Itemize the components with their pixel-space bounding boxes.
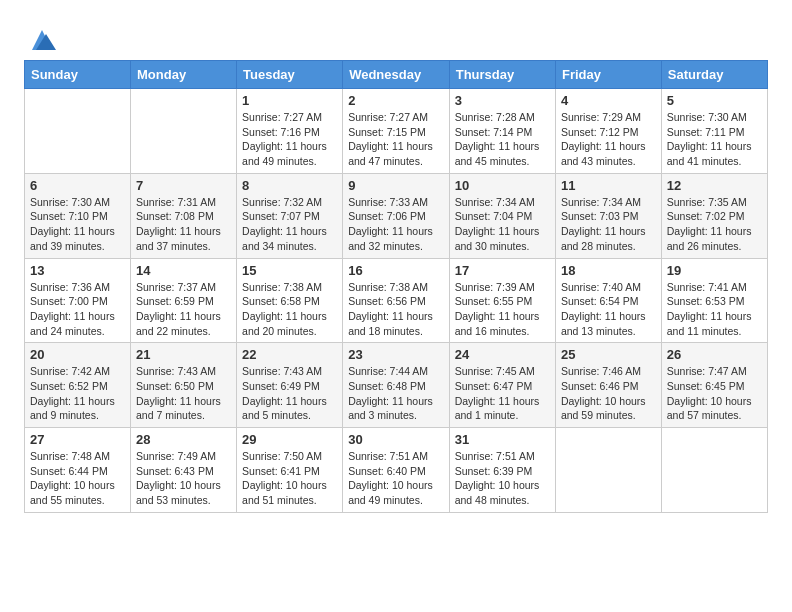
day-info: Sunrise: 7:45 AM Sunset: 6:47 PM Dayligh…	[455, 364, 550, 423]
calendar-cell: 8Sunrise: 7:32 AM Sunset: 7:07 PM Daylig…	[237, 173, 343, 258]
day-number: 28	[136, 432, 231, 447]
day-info: Sunrise: 7:40 AM Sunset: 6:54 PM Dayligh…	[561, 280, 656, 339]
calendar-week-row: 13Sunrise: 7:36 AM Sunset: 7:00 PM Dayli…	[25, 258, 768, 343]
calendar-header-sunday: Sunday	[25, 61, 131, 89]
calendar-cell	[131, 89, 237, 174]
calendar-cell: 21Sunrise: 7:43 AM Sunset: 6:50 PM Dayli…	[131, 343, 237, 428]
day-info: Sunrise: 7:48 AM Sunset: 6:44 PM Dayligh…	[30, 449, 125, 508]
day-info: Sunrise: 7:51 AM Sunset: 6:40 PM Dayligh…	[348, 449, 444, 508]
day-info: Sunrise: 7:46 AM Sunset: 6:46 PM Dayligh…	[561, 364, 656, 423]
day-info: Sunrise: 7:34 AM Sunset: 7:04 PM Dayligh…	[455, 195, 550, 254]
day-number: 9	[348, 178, 444, 193]
calendar-cell: 4Sunrise: 7:29 AM Sunset: 7:12 PM Daylig…	[555, 89, 661, 174]
day-info: Sunrise: 7:27 AM Sunset: 7:16 PM Dayligh…	[242, 110, 337, 169]
day-info: Sunrise: 7:35 AM Sunset: 7:02 PM Dayligh…	[667, 195, 762, 254]
day-info: Sunrise: 7:38 AM Sunset: 6:58 PM Dayligh…	[242, 280, 337, 339]
day-number: 8	[242, 178, 337, 193]
calendar-cell: 22Sunrise: 7:43 AM Sunset: 6:49 PM Dayli…	[237, 343, 343, 428]
calendar-table: SundayMondayTuesdayWednesdayThursdayFrid…	[24, 60, 768, 513]
day-number: 11	[561, 178, 656, 193]
day-number: 12	[667, 178, 762, 193]
logo	[24, 24, 56, 54]
day-info: Sunrise: 7:30 AM Sunset: 7:11 PM Dayligh…	[667, 110, 762, 169]
calendar-header-tuesday: Tuesday	[237, 61, 343, 89]
day-info: Sunrise: 7:42 AM Sunset: 6:52 PM Dayligh…	[30, 364, 125, 423]
calendar-cell: 18Sunrise: 7:40 AM Sunset: 6:54 PM Dayli…	[555, 258, 661, 343]
day-number: 30	[348, 432, 444, 447]
calendar-cell: 13Sunrise: 7:36 AM Sunset: 7:00 PM Dayli…	[25, 258, 131, 343]
calendar-cell: 23Sunrise: 7:44 AM Sunset: 6:48 PM Dayli…	[343, 343, 450, 428]
calendar-header-thursday: Thursday	[449, 61, 555, 89]
day-number: 17	[455, 263, 550, 278]
day-number: 25	[561, 347, 656, 362]
day-number: 13	[30, 263, 125, 278]
calendar-cell: 11Sunrise: 7:34 AM Sunset: 7:03 PM Dayli…	[555, 173, 661, 258]
day-number: 16	[348, 263, 444, 278]
calendar-week-row: 20Sunrise: 7:42 AM Sunset: 6:52 PM Dayli…	[25, 343, 768, 428]
day-number: 21	[136, 347, 231, 362]
day-number: 10	[455, 178, 550, 193]
calendar-header-monday: Monday	[131, 61, 237, 89]
calendar-cell	[25, 89, 131, 174]
day-info: Sunrise: 7:43 AM Sunset: 6:49 PM Dayligh…	[242, 364, 337, 423]
day-info: Sunrise: 7:50 AM Sunset: 6:41 PM Dayligh…	[242, 449, 337, 508]
calendar-cell: 14Sunrise: 7:37 AM Sunset: 6:59 PM Dayli…	[131, 258, 237, 343]
day-info: Sunrise: 7:38 AM Sunset: 6:56 PM Dayligh…	[348, 280, 444, 339]
calendar-cell: 27Sunrise: 7:48 AM Sunset: 6:44 PM Dayli…	[25, 428, 131, 513]
day-info: Sunrise: 7:34 AM Sunset: 7:03 PM Dayligh…	[561, 195, 656, 254]
calendar-cell: 29Sunrise: 7:50 AM Sunset: 6:41 PM Dayli…	[237, 428, 343, 513]
day-number: 1	[242, 93, 337, 108]
day-number: 15	[242, 263, 337, 278]
logo-icon	[28, 26, 56, 54]
calendar-cell: 9Sunrise: 7:33 AM Sunset: 7:06 PM Daylig…	[343, 173, 450, 258]
day-info: Sunrise: 7:27 AM Sunset: 7:15 PM Dayligh…	[348, 110, 444, 169]
day-number: 18	[561, 263, 656, 278]
calendar-cell: 26Sunrise: 7:47 AM Sunset: 6:45 PM Dayli…	[661, 343, 767, 428]
page-header	[24, 20, 768, 54]
calendar-cell: 3Sunrise: 7:28 AM Sunset: 7:14 PM Daylig…	[449, 89, 555, 174]
day-info: Sunrise: 7:33 AM Sunset: 7:06 PM Dayligh…	[348, 195, 444, 254]
day-number: 27	[30, 432, 125, 447]
day-info: Sunrise: 7:44 AM Sunset: 6:48 PM Dayligh…	[348, 364, 444, 423]
calendar-cell: 25Sunrise: 7:46 AM Sunset: 6:46 PM Dayli…	[555, 343, 661, 428]
day-number: 3	[455, 93, 550, 108]
calendar-cell: 31Sunrise: 7:51 AM Sunset: 6:39 PM Dayli…	[449, 428, 555, 513]
calendar-cell	[661, 428, 767, 513]
day-number: 6	[30, 178, 125, 193]
calendar-cell	[555, 428, 661, 513]
calendar-cell: 20Sunrise: 7:42 AM Sunset: 6:52 PM Dayli…	[25, 343, 131, 428]
day-number: 14	[136, 263, 231, 278]
day-info: Sunrise: 7:49 AM Sunset: 6:43 PM Dayligh…	[136, 449, 231, 508]
day-info: Sunrise: 7:29 AM Sunset: 7:12 PM Dayligh…	[561, 110, 656, 169]
day-number: 4	[561, 93, 656, 108]
calendar-cell: 19Sunrise: 7:41 AM Sunset: 6:53 PM Dayli…	[661, 258, 767, 343]
day-number: 20	[30, 347, 125, 362]
day-info: Sunrise: 7:31 AM Sunset: 7:08 PM Dayligh…	[136, 195, 231, 254]
calendar-cell: 6Sunrise: 7:30 AM Sunset: 7:10 PM Daylig…	[25, 173, 131, 258]
calendar-cell: 12Sunrise: 7:35 AM Sunset: 7:02 PM Dayli…	[661, 173, 767, 258]
calendar-week-row: 1Sunrise: 7:27 AM Sunset: 7:16 PM Daylig…	[25, 89, 768, 174]
day-number: 2	[348, 93, 444, 108]
calendar-header-row: SundayMondayTuesdayWednesdayThursdayFrid…	[25, 61, 768, 89]
calendar-cell: 28Sunrise: 7:49 AM Sunset: 6:43 PM Dayli…	[131, 428, 237, 513]
day-number: 31	[455, 432, 550, 447]
day-number: 26	[667, 347, 762, 362]
calendar-cell: 16Sunrise: 7:38 AM Sunset: 6:56 PM Dayli…	[343, 258, 450, 343]
day-info: Sunrise: 7:37 AM Sunset: 6:59 PM Dayligh…	[136, 280, 231, 339]
day-number: 22	[242, 347, 337, 362]
calendar-cell: 7Sunrise: 7:31 AM Sunset: 7:08 PM Daylig…	[131, 173, 237, 258]
day-info: Sunrise: 7:28 AM Sunset: 7:14 PM Dayligh…	[455, 110, 550, 169]
calendar-header-friday: Friday	[555, 61, 661, 89]
day-number: 5	[667, 93, 762, 108]
day-info: Sunrise: 7:51 AM Sunset: 6:39 PM Dayligh…	[455, 449, 550, 508]
calendar-cell: 5Sunrise: 7:30 AM Sunset: 7:11 PM Daylig…	[661, 89, 767, 174]
calendar-header-wednesday: Wednesday	[343, 61, 450, 89]
day-number: 29	[242, 432, 337, 447]
day-number: 7	[136, 178, 231, 193]
calendar-week-row: 27Sunrise: 7:48 AM Sunset: 6:44 PM Dayli…	[25, 428, 768, 513]
day-number: 19	[667, 263, 762, 278]
day-info: Sunrise: 7:32 AM Sunset: 7:07 PM Dayligh…	[242, 195, 337, 254]
day-number: 24	[455, 347, 550, 362]
calendar-cell: 17Sunrise: 7:39 AM Sunset: 6:55 PM Dayli…	[449, 258, 555, 343]
calendar-cell: 15Sunrise: 7:38 AM Sunset: 6:58 PM Dayli…	[237, 258, 343, 343]
